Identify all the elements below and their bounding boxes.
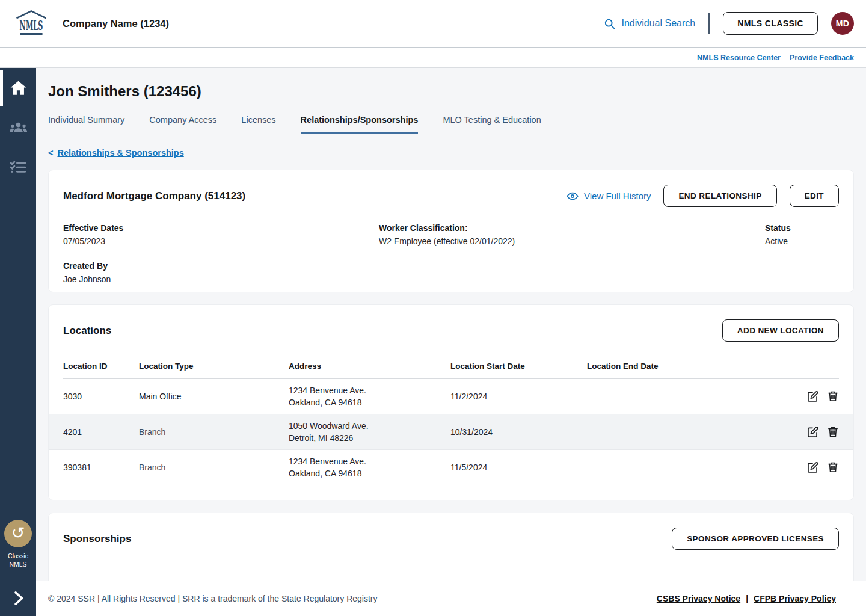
- footer: © 2024 SSR | All Rights Reserved | SRR i…: [36, 581, 866, 616]
- location-address: 1234 Benvenue Ave. Oakland, CA 94618: [289, 384, 450, 408]
- tab-bar: Individual Summary Company Access Licens…: [48, 115, 866, 134]
- edit-location-button[interactable]: [806, 461, 819, 474]
- classic-nmls-button[interactable]: ↺: [4, 520, 32, 547]
- edit-icon: [806, 461, 819, 474]
- nmls-resource-center-link[interactable]: NMLS Resource Center: [697, 54, 781, 62]
- table-row: 3030 Main Office 1234 Benvenue Ave. Oakl…: [49, 379, 853, 414]
- checklist-icon: [10, 160, 26, 174]
- brand: NMLS Company Name (1234): [15, 8, 169, 39]
- sponsorships-card: Sponsorships SPONSOR APPROVED LICENSES: [48, 513, 854, 585]
- locations-title: Locations: [63, 325, 111, 337]
- active-indicator: [0, 70, 3, 106]
- tab-mlo-testing-education[interactable]: MLO Testing & Education: [443, 115, 541, 134]
- search-icon: [603, 17, 616, 30]
- sidebar-item-tasks[interactable]: [0, 147, 36, 187]
- end-relationship-button[interactable]: END RELATIONSHIP: [663, 185, 776, 207]
- breadcrumb-back-arrow: <: [48, 148, 53, 158]
- relationship-fields: Effective Dates 07/05/2023 Worker Classi…: [63, 223, 839, 285]
- tab-licenses[interactable]: Licenses: [241, 115, 275, 134]
- add-new-location-button[interactable]: ADD NEW LOCATION: [722, 319, 839, 342]
- edit-icon: [806, 426, 819, 439]
- location-id: 3030: [63, 392, 139, 401]
- page-title: Jon Smithers (123456): [48, 83, 854, 100]
- col-address: Address: [289, 362, 450, 371]
- copyright-text: © 2024 SSR | All Rights Reserved | SRR i…: [48, 594, 378, 603]
- created-by-value: Joe Johnson: [63, 274, 379, 285]
- trash-icon: [827, 390, 839, 402]
- view-full-history-label: View Full History: [584, 191, 651, 201]
- main-content: Jon Smithers (123456) Individual Summary…: [36, 68, 866, 616]
- people-icon: [9, 121, 28, 134]
- classic-nmls-label: Classic NMLS: [4, 552, 32, 568]
- individual-search-link[interactable]: Individual Search: [603, 17, 695, 30]
- provide-feedback-link[interactable]: Provide Feedback: [790, 54, 854, 62]
- edit-location-button[interactable]: [806, 426, 819, 439]
- footer-links-separator: |: [746, 594, 748, 603]
- sidebar: ↺ Classic NMLS: [0, 68, 36, 616]
- status-field: Status Active: [765, 223, 839, 247]
- csbs-privacy-link[interactable]: CSBS Privacy Notice: [657, 594, 740, 603]
- sidebar-item-home[interactable]: [0, 68, 36, 108]
- location-id: 4201: [63, 427, 139, 437]
- avatar[interactable]: MD: [831, 12, 854, 35]
- individual-search-label: Individual Search: [621, 18, 695, 29]
- col-location-type: Location Type: [139, 362, 289, 371]
- relationship-title: Medford Mortgage Company (514123): [63, 190, 245, 202]
- location-address: 1234 Benvenue Ave. Oakland, CA 94618: [289, 455, 450, 479]
- col-location-end-date: Location End Date: [587, 362, 716, 371]
- worker-classification-value: W2 Employee (effective 02/01/2022): [379, 236, 765, 247]
- nmls-logo-icon[interactable]: NMLS: [15, 8, 48, 39]
- locations-card: Locations ADD NEW LOCATION Location ID L…: [48, 304, 854, 500]
- top-header: NMLS Company Name (1234) Individual Sear…: [0, 0, 866, 48]
- edit-button[interactable]: EDIT: [790, 185, 839, 207]
- tab-relationships-sponsorships[interactable]: Relationships/Sponsorships: [301, 115, 419, 134]
- company-name: Company Name (1234): [63, 18, 169, 29]
- delete-location-button[interactable]: [827, 390, 839, 403]
- col-location-start-date: Location Start Date: [450, 362, 587, 371]
- home-icon: [10, 81, 26, 96]
- location-start-date: 11/5/2024: [450, 463, 587, 472]
- edit-location-button[interactable]: [806, 390, 819, 403]
- header-divider: [708, 13, 710, 34]
- sidebar-expand-button[interactable]: [10, 590, 26, 606]
- sponsorships-title: Sponsorships: [63, 533, 131, 545]
- edit-icon: [806, 390, 819, 403]
- nmls-logo-text: NMLS: [20, 17, 43, 33]
- effective-dates-field: Effective Dates 07/05/2023: [63, 223, 379, 247]
- relationship-card: Medford Mortgage Company (514123) View F…: [48, 170, 854, 292]
- delete-location-button[interactable]: [827, 461, 839, 474]
- effective-dates-label: Effective Dates: [63, 223, 379, 233]
- location-type: Main Office: [139, 392, 289, 401]
- location-start-date: 10/31/2024: [450, 427, 587, 437]
- breadcrumb: < Relationships & Sponsorships: [48, 148, 854, 158]
- created-by-label: Created By: [63, 260, 379, 271]
- view-full-history-link[interactable]: View Full History: [567, 190, 651, 202]
- utility-bar: NMLS Resource Center Provide Feedback: [0, 48, 866, 68]
- tab-individual-summary[interactable]: Individual Summary: [48, 115, 124, 134]
- trash-icon: [827, 461, 839, 473]
- cfpb-privacy-link[interactable]: CFPB Privacy Policy: [754, 594, 836, 603]
- worker-classification-field: Worker Classification: W2 Employee (effe…: [379, 223, 765, 247]
- sidebar-item-people[interactable]: [0, 108, 36, 147]
- location-start-date: 11/2/2024: [450, 392, 587, 401]
- sidebar-bottom: ↺ Classic NMLS: [0, 520, 36, 616]
- table-row: 4201 Branch 1050 Woodward Ave. Detroit, …: [49, 414, 853, 450]
- tab-company-access[interactable]: Company Access: [149, 115, 216, 134]
- chevron-right-icon: [10, 590, 26, 606]
- table-row: 390381 Branch 1234 Benvenue Ave. Oakland…: [49, 450, 853, 485]
- created-by-field: Created By Joe Johnson: [63, 260, 379, 285]
- nmls-classic-button[interactable]: NMLS CLASSIC: [723, 12, 818, 35]
- undo-icon: ↺: [11, 523, 25, 543]
- delete-location-button[interactable]: [827, 426, 839, 439]
- status-label: Status: [765, 223, 839, 233]
- status-value: Active: [765, 236, 839, 247]
- trash-icon: [827, 426, 839, 438]
- eye-icon: [567, 190, 579, 202]
- locations-table-header: Location ID Location Type Address Locati…: [63, 362, 839, 379]
- locations-table: Location ID Location Type Address Locati…: [63, 362, 839, 485]
- breadcrumb-link[interactable]: Relationships & Sponsorships: [57, 148, 183, 158]
- location-id: 390381: [63, 463, 139, 472]
- sponsor-approved-licenses-button[interactable]: SPONSOR APPROVED LICENSES: [672, 528, 839, 550]
- location-address: 1050 Woodward Ave. Detroit, MI 48226: [289, 420, 450, 444]
- worker-classification-label: Worker Classification:: [379, 223, 765, 233]
